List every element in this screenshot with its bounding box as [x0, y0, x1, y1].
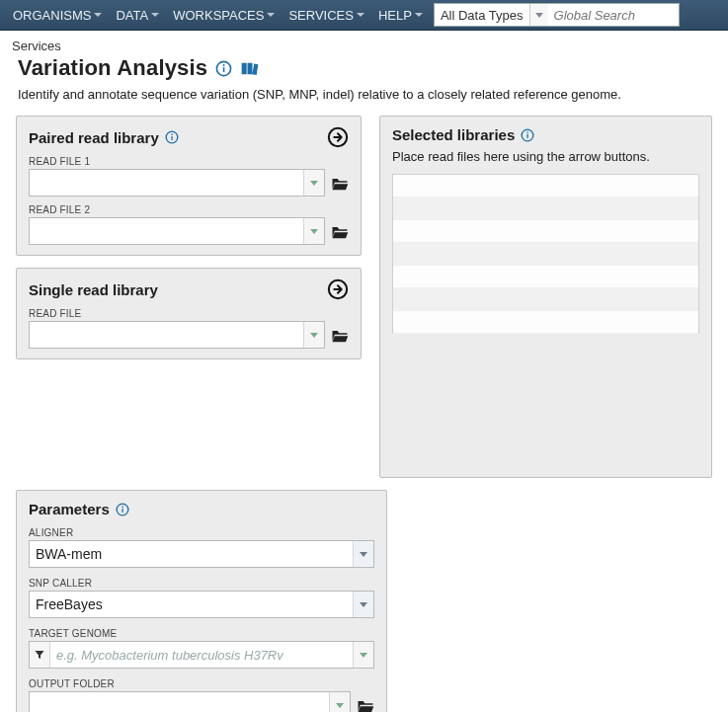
- snp-caller-value: FreeBayes: [30, 592, 353, 617]
- parameters-panel: Parameters ALIGNER BWA-mem SNP CALLER Fr…: [16, 490, 387, 712]
- list-item: [393, 311, 698, 334]
- read-file-1-select[interactable]: [29, 169, 325, 197]
- chevron-down-icon: [336, 703, 344, 708]
- list-item: [393, 175, 698, 198]
- selected-libraries-note: Place read files here using the arrow bu…: [392, 149, 699, 164]
- svg-rect-1: [223, 67, 225, 72]
- output-folder-select[interactable]: [29, 691, 351, 712]
- folder-open-icon[interactable]: [331, 176, 349, 191]
- data-type-select[interactable]: All Data Types: [434, 3, 680, 27]
- chevron-down-icon: [357, 13, 364, 17]
- single-read-file-select[interactable]: [29, 321, 325, 349]
- list-item: [393, 198, 698, 220]
- nav-services[interactable]: SERVICES: [282, 0, 371, 30]
- global-search-input[interactable]: [548, 4, 679, 26]
- svg-point-2: [223, 63, 225, 65]
- top-navbar: ORGANISMS DATA WORKSPACES SERVICES HELP …: [0, 0, 728, 31]
- output-folder-dropdown-button[interactable]: [329, 692, 350, 712]
- aligner-value: BWA-mem: [30, 541, 353, 567]
- single-read-file-label: READ FILE: [29, 308, 349, 319]
- svg-rect-9: [527, 133, 528, 137]
- chevron-down-icon: [310, 229, 318, 234]
- single-read-title: Single read library: [29, 281, 158, 298]
- single-read-file-dropdown-button[interactable]: [303, 322, 324, 348]
- add-single-library-button[interactable]: [327, 278, 349, 300]
- svg-point-13: [121, 506, 123, 508]
- selected-libraries-title: Selected libraries: [392, 126, 515, 143]
- list-item: [393, 243, 698, 266]
- nav-workspaces[interactable]: WORKSPACES: [166, 0, 282, 30]
- target-genome-dropdown-button[interactable]: [353, 642, 373, 668]
- parameters-title: Parameters: [29, 501, 110, 517]
- chevron-down-icon: [415, 13, 423, 17]
- read-file-1-input[interactable]: [30, 170, 303, 196]
- filter-icon[interactable]: [30, 642, 50, 668]
- target-genome-select[interactable]: [29, 641, 374, 669]
- page-description: Identify and annotate sequence variation…: [18, 87, 718, 102]
- read-file-2-label: READ FILE 2: [29, 204, 349, 215]
- chevron-down-icon: [267, 13, 275, 17]
- selected-libraries-list[interactable]: [392, 174, 699, 334]
- aligner-select[interactable]: BWA-mem: [29, 540, 374, 568]
- aligner-label: ALIGNER: [29, 527, 374, 538]
- chevron-down-icon: [360, 653, 367, 658]
- breadcrumb: Services: [12, 39, 718, 53]
- output-folder-label: OUTPUT FOLDER: [29, 678, 374, 689]
- nav-organisms[interactable]: ORGANISMS: [6, 0, 109, 30]
- folder-open-icon[interactable]: [357, 698, 374, 713]
- read-file-2-dropdown-button[interactable]: [303, 218, 324, 244]
- read-file-1-dropdown-button[interactable]: [303, 170, 324, 196]
- svg-point-5: [171, 133, 173, 135]
- chevron-down-icon: [310, 181, 318, 186]
- page-title: Variation Analysis: [18, 55, 207, 81]
- aligner-dropdown-button[interactable]: [353, 541, 373, 567]
- list-item: [393, 220, 698, 243]
- folder-open-icon[interactable]: [331, 328, 349, 343]
- list-item: [393, 288, 698, 311]
- chevron-down-icon: [360, 602, 367, 607]
- info-circle-icon[interactable]: [215, 60, 232, 77]
- snp-caller-dropdown-button[interactable]: [353, 592, 373, 617]
- read-file-2-select[interactable]: [29, 217, 325, 245]
- single-read-file-input[interactable]: [30, 322, 303, 348]
- target-genome-label: TARGET GENOME: [29, 628, 374, 639]
- info-circle-icon[interactable]: [521, 128, 534, 142]
- chevron-down-icon: [360, 552, 367, 557]
- svg-point-10: [526, 131, 528, 133]
- add-paired-library-button[interactable]: [327, 126, 349, 148]
- nav-help[interactable]: HELP: [371, 0, 430, 30]
- data-type-dropdown-button[interactable]: [529, 4, 548, 26]
- output-folder-input[interactable]: [30, 692, 329, 712]
- read-file-2-input[interactable]: [30, 218, 303, 244]
- single-read-panel: Single read library READ FILE: [16, 268, 362, 359]
- book-icon[interactable]: [240, 60, 260, 77]
- folder-open-icon[interactable]: [331, 224, 349, 239]
- snp-caller-label: SNP CALLER: [29, 578, 374, 589]
- paired-read-title: Paired read library: [29, 129, 159, 146]
- svg-rect-12: [121, 508, 122, 512]
- selected-libraries-panel: Selected libraries Place read files here…: [379, 116, 712, 478]
- read-file-1-label: READ FILE 1: [29, 156, 349, 167]
- chevron-down-icon: [310, 333, 318, 338]
- chevron-down-icon: [535, 13, 543, 18]
- list-item: [393, 266, 698, 288]
- paired-read-panel: Paired read library READ FILE 1: [16, 116, 362, 256]
- svg-rect-4: [171, 136, 172, 140]
- data-type-value: All Data Types: [435, 8, 529, 23]
- info-circle-icon[interactable]: [165, 130, 179, 144]
- chevron-down-icon: [94, 13, 102, 17]
- snp-caller-select[interactable]: FreeBayes: [29, 591, 374, 618]
- info-circle-icon[interactable]: [116, 503, 129, 516]
- target-genome-input[interactable]: [50, 642, 353, 668]
- nav-data[interactable]: DATA: [109, 0, 166, 30]
- chevron-down-icon: [151, 13, 159, 17]
